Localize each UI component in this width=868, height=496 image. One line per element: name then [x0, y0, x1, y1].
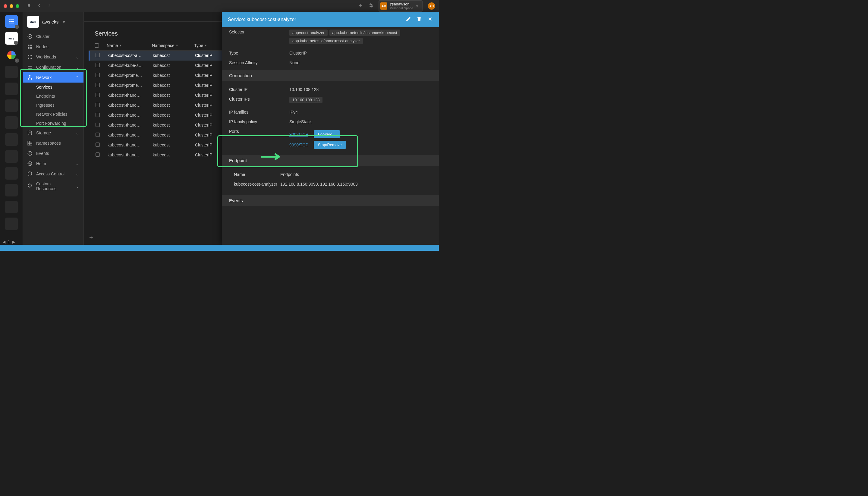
nav-cluster[interactable]: Cluster: [23, 31, 83, 42]
rail-gear-icon[interactable]: [14, 41, 18, 45]
close-icon[interactable]: [428, 16, 433, 23]
rail-slot[interactable]: [5, 184, 18, 197]
row-checkbox[interactable]: [95, 83, 100, 87]
avatar-small[interactable]: AD: [428, 2, 435, 10]
row-checkbox[interactable]: [95, 103, 100, 107]
cell-type: ClusterIP: [195, 103, 225, 108]
chevron-down-icon: ▼: [416, 4, 419, 8]
pager: ◀ 1 ▶: [2, 240, 16, 244]
endpoint-name-col: Name: [229, 172, 280, 177]
rail-gear-icon[interactable]: [15, 25, 19, 29]
pager-next[interactable]: ▶: [12, 240, 16, 244]
cluster-icon: [27, 34, 33, 39]
cell-type: ClusterIP: [195, 83, 225, 88]
rail-slot[interactable]: [5, 116, 18, 129]
helm-icon: [27, 161, 33, 166]
rail-slot[interactable]: [5, 201, 18, 213]
rail-slot[interactable]: [5, 66, 18, 78]
row-checkbox[interactable]: [95, 142, 100, 147]
row-checkbox[interactable]: [95, 73, 100, 77]
chevron-down-icon: ⌄: [76, 184, 79, 189]
close-window[interactable]: [4, 4, 7, 8]
row-checkbox[interactable]: [95, 133, 100, 137]
maximize-window[interactable]: [16, 4, 19, 8]
rail-cluster-gcp[interactable]: [5, 49, 18, 61]
nav-namespaces[interactable]: Namespaces: [23, 138, 83, 148]
forward-button[interactable]: Forward...: [314, 130, 340, 138]
add-button[interactable]: +: [89, 234, 93, 242]
cell-namespace: kubecost: [153, 73, 195, 78]
nav-port-forwarding[interactable]: Port Forwarding: [36, 119, 83, 128]
add-icon[interactable]: [358, 3, 363, 9]
home-icon[interactable]: [27, 3, 31, 9]
cell-name: kubecost-kube-s…: [108, 63, 153, 68]
svg-point-6: [17, 27, 17, 27]
cell-namespace: kubecost: [153, 103, 195, 108]
cell-type: ClusterIP: [195, 133, 225, 138]
pager-prev[interactable]: ◀: [2, 240, 6, 244]
rail-slot[interactable]: [5, 133, 18, 146]
select-all-checkbox[interactable]: [95, 43, 107, 48]
cell-name: kubecost-thano…: [108, 123, 153, 128]
cluster-selector[interactable]: aws aws:eks ▾: [23, 12, 83, 31]
rail-cluster-aws[interactable]: aws: [5, 32, 18, 45]
delete-icon[interactable]: [417, 16, 422, 23]
row-checkbox[interactable]: [95, 93, 100, 97]
nodes-icon: [27, 44, 33, 49]
port-link-9003[interactable]: 9003/TCP: [289, 132, 308, 137]
aws-logo: aws: [27, 16, 39, 28]
nav-endpoints[interactable]: Endpoints: [36, 92, 83, 100]
row-checkbox[interactable]: [95, 123, 100, 127]
ip-family-policy-label: IP family policy: [229, 119, 289, 124]
svg-rect-12: [30, 45, 32, 46]
nav-ingresses[interactable]: Ingresses: [36, 100, 83, 110]
user-menu[interactable]: AD @adawson Personal Space ▼: [378, 0, 422, 12]
endpoint-endpoints-col: Endpoints: [280, 172, 299, 177]
col-type[interactable]: Type ▼: [194, 43, 224, 48]
row-checkbox[interactable]: [95, 53, 100, 57]
forward-icon[interactable]: [47, 3, 52, 9]
nav-nodes[interactable]: Nodes: [23, 42, 83, 52]
rail-slot[interactable]: [5, 99, 18, 112]
edit-icon[interactable]: [406, 16, 411, 23]
cell-namespace: kubecost: [153, 53, 195, 58]
nav-access-control[interactable]: Access Control⌄: [23, 169, 83, 179]
rail-dashboard[interactable]: [5, 15, 18, 28]
gear-icon[interactable]: [368, 3, 373, 9]
nav-network-policies[interactable]: Network Policies: [36, 110, 83, 119]
nav-network[interactable]: Network⌃: [23, 72, 83, 82]
rail-slot[interactable]: [5, 150, 18, 163]
nav-custom-resources[interactable]: Custom Resources⌄: [23, 179, 83, 193]
back-icon[interactable]: [37, 3, 42, 9]
detail-title: Service: kubecost-cost-analyzer: [228, 17, 296, 22]
chevron-down-icon: ▾: [63, 19, 65, 25]
nav-workloads[interactable]: Workloads⌄: [23, 52, 83, 62]
rail-gear-icon[interactable]: [15, 59, 19, 63]
cluster-ip-value: 10.100.108.128: [289, 87, 432, 92]
sort-icon: ▼: [204, 44, 207, 47]
rail-slot[interactable]: [5, 218, 18, 230]
pager-page: 1: [8, 240, 10, 244]
rail-slot[interactable]: [5, 82, 18, 95]
cell-namespace: kubecost: [153, 63, 195, 68]
col-name[interactable]: Name ▼: [107, 43, 152, 48]
nav-helm[interactable]: Helm⌄: [23, 158, 83, 169]
row-checkbox[interactable]: [95, 153, 100, 157]
cell-namespace: kubecost: [153, 133, 195, 138]
nav-events[interactable]: Events: [23, 148, 83, 158]
nav-services[interactable]: Services: [36, 82, 83, 92]
affinity-value: None: [289, 60, 432, 65]
row-checkbox[interactable]: [95, 113, 100, 117]
chevron-down-icon: ⌄: [76, 130, 79, 135]
col-namespace[interactable]: Namespace ▼: [152, 43, 194, 48]
events-header: Events: [222, 195, 439, 206]
port-link-9090[interactable]: 9090/TCP: [289, 142, 308, 148]
minimize-window[interactable]: [10, 4, 13, 8]
cell-type: ClusterIP: [195, 53, 225, 58]
row-checkbox[interactable]: [95, 63, 100, 67]
cell-namespace: kubecost: [153, 142, 195, 148]
nav-configuration[interactable]: Configuration⌄: [23, 62, 83, 72]
nav-storage[interactable]: Storage⌄: [23, 128, 83, 138]
stop-remove-button[interactable]: Stop/Remove: [314, 141, 346, 149]
rail-slot[interactable]: [5, 167, 18, 180]
